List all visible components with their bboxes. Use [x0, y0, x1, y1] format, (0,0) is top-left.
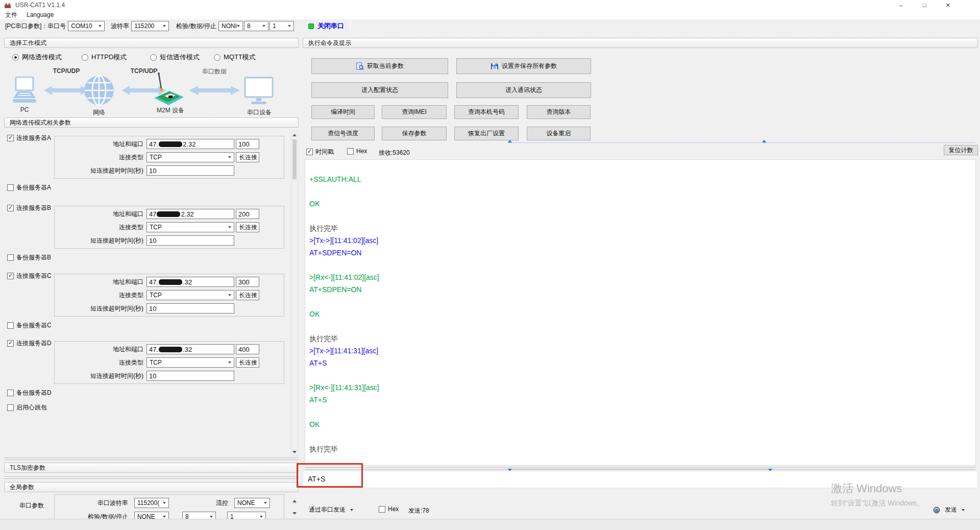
- address-input[interactable]: 47.2.32: [146, 139, 234, 149]
- address-input[interactable]: 47..32: [146, 277, 234, 287]
- log-output[interactable]: +SSLAUTH:ALL OK 执行完毕>[Tx->][11:41:02][as…: [305, 159, 976, 466]
- device-restart-button[interactable]: 设备重启: [527, 127, 591, 140]
- heartbeat-checkbox[interactable]: 启用心跳包: [7, 403, 47, 412]
- timeout-input[interactable]: 10: [146, 303, 234, 314]
- backup-server-checkbox[interactable]: 备份服务器B: [7, 253, 51, 262]
- splitter[interactable]: [4, 476, 299, 479]
- send-button[interactable]: 发送: [933, 505, 965, 514]
- global-params-header: 全局参数: [4, 482, 299, 492]
- close-port-button[interactable]: 关闭串口: [308, 21, 344, 31]
- redaction-mark: [159, 347, 182, 352]
- parity-select[interactable]: NONI: [218, 21, 243, 31]
- minimize-button[interactable]: –: [889, 0, 913, 10]
- connect-server-checkbox[interactable]: 连接服务器D: [7, 339, 52, 348]
- scroll-up-icon[interactable]: [291, 497, 298, 504]
- log-line: AT+SDPEN=ON: [309, 247, 971, 259]
- enter-comm-button[interactable]: 进入通讯状态: [456, 82, 591, 98]
- databits-select[interactable]: 8: [244, 21, 268, 31]
- enter-config-button[interactable]: 进入配置状态: [311, 82, 448, 98]
- mode-radio-1[interactable]: HTTPD模式: [82, 53, 127, 62]
- conn-mode-select[interactable]: 长连接: [236, 290, 259, 300]
- log-bottom-scrollbar[interactable]: [508, 469, 773, 469]
- server-block-C: 连接服务器C地址和端口47..32300连接类型TCP长连接短连接超时时间(秒)…: [4, 269, 299, 335]
- redaction-mark: [157, 211, 180, 217]
- mode-radio-3[interactable]: MQTT模式: [214, 53, 256, 62]
- menu-file[interactable]: 文件: [5, 11, 17, 19]
- timeout-input[interactable]: 10: [146, 165, 234, 176]
- query-number-button[interactable]: 查询本机号码: [454, 105, 519, 119]
- recv-hex-checkbox[interactable]: Hex: [347, 148, 367, 155]
- timeout-input[interactable]: 10: [146, 235, 234, 246]
- menu-language[interactable]: Language: [27, 11, 54, 18]
- redaction-mark: [159, 141, 182, 147]
- backup-server-checkbox[interactable]: 备份服务器D: [7, 389, 52, 397]
- log-line: >[Tx->][11:41:31][asc]: [309, 345, 971, 357]
- conn-type-select[interactable]: TCP: [146, 357, 234, 368]
- port-input[interactable]: 300: [236, 277, 259, 287]
- checkbox-checked-icon: [7, 273, 14, 279]
- scrollbar-thumb[interactable]: [292, 139, 297, 179]
- splitter[interactable]: [4, 457, 299, 460]
- checkbox-icon: [379, 506, 385, 513]
- conn-mode-select[interactable]: 长连接: [236, 222, 259, 232]
- serial-baud-select[interactable]: 115200(: [134, 498, 169, 508]
- backup-server-checkbox[interactable]: 备份服务器C: [7, 321, 52, 330]
- conn-type-select[interactable]: TCP: [146, 222, 234, 232]
- reset-count-button[interactable]: 复位计数: [944, 145, 978, 155]
- params-scrollbar[interactable]: [291, 131, 298, 456]
- com-port-select[interactable]: COM10: [68, 21, 105, 31]
- checkbox-checked-icon: [306, 149, 313, 155]
- server-fieldbox: 地址和端口47..32400连接类型TCP长连接短连接超时时间(秒)10: [54, 341, 284, 384]
- conn-mode-select[interactable]: 长连接: [236, 152, 259, 162]
- address-input[interactable]: 47..32: [146, 344, 234, 354]
- baud-select[interactable]: 115200: [131, 21, 169, 31]
- backup-server-checkbox[interactable]: 备份服务器A: [7, 183, 51, 192]
- query-imei-button[interactable]: 查询IMEI: [382, 105, 447, 119]
- log-line: [309, 369, 971, 381]
- mode-diagram: PC TCP/UDP 网络 TCP/UDP M2M 设备 串: [4, 65, 299, 116]
- conn-type-select[interactable]: TCP: [146, 152, 234, 162]
- doc-search-icon: [356, 62, 364, 70]
- factory-reset-button[interactable]: 恢复出厂设置: [454, 127, 519, 140]
- titlebar: USR-CAT1 V1.1.4 – □ ✕: [0, 0, 980, 10]
- log-line: 执行完毕: [309, 222, 971, 234]
- frame-label: 检验/数据/停止: [176, 22, 216, 31]
- timeout-input[interactable]: 10: [146, 371, 234, 381]
- connect-server-checkbox[interactable]: 连接服务器C: [7, 272, 52, 280]
- timestamp-checkbox[interactable]: 时间戳: [306, 148, 334, 156]
- mode-radio-0[interactable]: 网络透传模式: [12, 53, 62, 62]
- set-save-params-button[interactable]: 设置并保存所有参数: [456, 58, 591, 74]
- query-version-button[interactable]: 查询版本: [527, 105, 591, 119]
- port-input[interactable]: 100: [236, 139, 259, 149]
- scroll-up-icon[interactable]: [291, 131, 298, 138]
- save-params-button[interactable]: 保存参数: [382, 127, 447, 140]
- server-block-A: 连接服务器A地址和端口47.2.32100连接类型TCP长连接短连接超时时间(秒…: [4, 131, 299, 197]
- port-input[interactable]: 400: [236, 344, 259, 354]
- send-hex-checkbox[interactable]: Hex: [379, 505, 399, 513]
- log-line: [309, 259, 971, 271]
- connect-server-checkbox[interactable]: 连接服务器B: [7, 204, 51, 212]
- log-line: >[Tx->][11:41:02][asc]: [309, 234, 971, 247]
- server-block-B: 连接服务器B地址和端口472.32200连接类型TCP长连接短连接超时时间(秒)…: [4, 201, 299, 267]
- m2m-device-icon: [153, 71, 185, 107]
- stopbits-select[interactable]: 1: [270, 21, 294, 31]
- conn-mode-select[interactable]: 长连接: [236, 357, 259, 368]
- compile-time-button[interactable]: 编译时间: [311, 105, 375, 119]
- connect-server-checkbox[interactable]: 连接服务器A: [7, 134, 51, 142]
- address-input[interactable]: 472.32: [146, 209, 234, 219]
- get-params-button[interactable]: 获取当前参数: [311, 58, 448, 74]
- maximize-button[interactable]: □: [913, 0, 936, 10]
- server-fieldbox: 地址和端口47.2.32100连接类型TCP长连接短连接超时时间(秒)10: [54, 136, 284, 179]
- signal-strength-button[interactable]: 查信号强度: [311, 127, 375, 140]
- flow-select[interactable]: NONE: [234, 498, 270, 508]
- pc-icon: [11, 77, 38, 105]
- app-icon: [4, 2, 11, 9]
- log-top-scrollbar[interactable]: [508, 142, 975, 143]
- scroll-down-icon[interactable]: [291, 448, 298, 455]
- conn-type-select[interactable]: TCP: [146, 290, 234, 300]
- scroll-down-icon[interactable]: [291, 510, 298, 517]
- close-button[interactable]: ✕: [936, 0, 960, 10]
- port-input[interactable]: 200: [236, 209, 259, 219]
- mode-radio-2[interactable]: 短信透传模式: [150, 53, 200, 62]
- send-via-dropdown[interactable]: 通过串口发送: [309, 505, 353, 514]
